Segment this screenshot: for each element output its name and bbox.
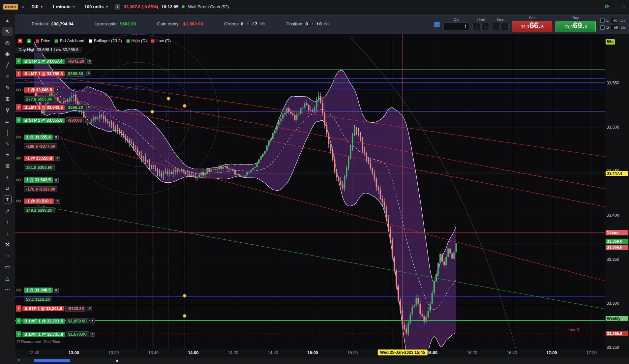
more-tools-icon[interactable]: ⋯: [2, 285, 13, 294]
calculator-icon[interactable]: ▦: [434, 20, 440, 28]
drawing-handle-dot[interactable]: [183, 104, 186, 107]
chart-area[interactable]: Low D ▼ ▲ PriceBid-Ask bandBollinger (20…: [15, 34, 629, 364]
trend-line[interactable]: [24, 80, 605, 189]
units-select[interactable]: 100 units ▼: [82, 3, 111, 11]
candle-body: [169, 172, 170, 173]
pattern-tool-icon[interactable]: ∿: [2, 139, 13, 148]
market-name: Wall Street Cash ($2): [188, 4, 229, 9]
scrollbar-handle[interactable]: [34, 359, 70, 362]
vertical-line-tool-icon[interactable]: │: [2, 128, 13, 137]
candle-body: [384, 202, 385, 208]
scrollbar-marker[interactable]: [116, 360, 118, 362]
instrument-select[interactable]: DJI ▼: [29, 3, 46, 11]
rectangle-tool-icon[interactable]: ▭: [2, 262, 13, 271]
copy-tool-icon[interactable]: ⧉: [2, 184, 13, 193]
trend-line[interactable]: [34, 205, 605, 309]
drawing-handle-dot[interactable]: [151, 110, 154, 113]
candle-body: [159, 172, 160, 173]
drawing-handle-dot[interactable]: [183, 294, 186, 297]
candle-body: [111, 122, 112, 125]
cursor-tool-icon[interactable]: ↖: [2, 27, 13, 36]
stop-checkbox[interactable]: [600, 25, 605, 30]
time-axis[interactable]: 12:4013:0013:2013:4014:0014:2014:4015:00…: [15, 349, 629, 357]
time-axis-tick: 13:00: [69, 350, 79, 355]
magnifier-tool-icon[interactable]: ⚲: [2, 106, 13, 114]
candle-body: [453, 252, 455, 258]
candle-body: [390, 228, 391, 240]
limit-pts-input[interactable]: 50: [610, 18, 619, 23]
limit-checkbox[interactable]: [600, 18, 605, 23]
legend-item[interactable]: Price: [36, 39, 50, 43]
sell-button[interactable]: 33,366.6: [512, 21, 552, 32]
chevron-down-icon: ▼: [105, 5, 108, 9]
maximize-icon[interactable]: □: [622, 4, 624, 9]
price-axis-tick: 33,350: [607, 257, 619, 262]
fibonacci-tool-icon[interactable]: ≣: [2, 72, 13, 81]
candle-body: [386, 208, 387, 219]
info-icon[interactable]: i: [115, 4, 120, 10]
drawing-handle-dot[interactable]: [167, 97, 170, 100]
candle-body: [264, 151, 266, 154]
candle-body: [91, 120, 92, 121]
legend-item[interactable]: Bid-Ask band: [54, 39, 84, 43]
candle-body: [416, 298, 417, 306]
cancel-orders-icon[interactable]: ×: [245, 21, 250, 26]
legend-item[interactable]: Bollinger (20 2): [89, 39, 122, 43]
candle-body: [185, 171, 186, 174]
legend-item[interactable]: High (D): [126, 39, 147, 43]
candle-body: [141, 155, 142, 158]
sell-marker-icon[interactable]: ▼: [18, 39, 22, 43]
time-axis-tick: 16:00: [427, 350, 437, 355]
delete-tool-icon[interactable]: ⊠: [2, 162, 13, 170]
arrow-tool-icon[interactable]: ↗: [2, 206, 13, 215]
scrollbar-grip-icon[interactable]: ≡: [18, 358, 20, 363]
realtime-refresh-icon[interactable]: ⟳: [605, 3, 610, 10]
minimize-icon[interactable]: —: [614, 4, 618, 9]
zigzag-tool-icon[interactable]: ϟ: [2, 150, 13, 159]
drawing-handle-dot[interactable]: [183, 314, 186, 318]
candle-body: [63, 101, 65, 104]
limit-sell-order-icon[interactable]: ↓: [481, 23, 489, 30]
stop-pts-input[interactable]: 50: [611, 25, 619, 30]
trend-line[interactable]: [36, 132, 605, 281]
legend-item[interactable]: Low (D): [151, 39, 171, 43]
candle-body: [97, 118, 98, 118]
trendline-tool-icon[interactable]: ╱: [2, 61, 13, 70]
ellipse-tool-icon[interactable]: ○: [2, 251, 13, 260]
price-axis[interactable]: 33,55033,50033,45033,40033,35033,30033,2…: [605, 34, 629, 349]
move-tool-icon[interactable]: +: [2, 173, 13, 182]
candle-body: [300, 108, 301, 114]
legend-label: High (D): [132, 39, 147, 43]
stop-sell-order-icon[interactable]: ↓: [501, 23, 509, 30]
collapse-toolbar-icon[interactable]: ▴: [2, 16, 13, 25]
triangle-tool-icon[interactable]: △: [2, 274, 13, 283]
buy-marker-icon[interactable]: ▲: [27, 39, 31, 43]
buy-button[interactable]: 33,369.0: [555, 21, 596, 32]
crosshair-tool-icon[interactable]: ◎: [2, 38, 13, 47]
price-chart[interactable]: Low D: [15, 34, 605, 349]
draw-tool-icon[interactable]: ✎: [2, 83, 13, 92]
candle-body: [191, 175, 192, 176]
candle-body: [380, 190, 381, 199]
quantity-input[interactable]: [443, 22, 469, 30]
zoom-box-tool-icon[interactable]: ⊞: [2, 94, 13, 103]
candle-body: [409, 314, 411, 323]
timeframe-select[interactable]: 1 minute ▼: [50, 3, 78, 11]
ruler-tool-icon[interactable]: ▱: [2, 117, 13, 126]
alarm-tool-icon[interactable]: ◉: [2, 49, 13, 58]
axis-label-crosshair: 33,447.4: [606, 171, 628, 176]
candle-body: [73, 95, 75, 96]
limit-buy-order-icon[interactable]: ↑: [472, 23, 480, 30]
sell-arrow-tool-icon[interactable]: ↓: [2, 229, 13, 238]
buy-arrow-tool-icon[interactable]: ↑: [2, 218, 13, 227]
close-position-icon[interactable]: ×: [310, 21, 315, 26]
candle-body: [93, 117, 94, 120]
time-axis-tick: 12:40: [29, 350, 39, 355]
text-tool-icon[interactable]: T: [4, 196, 12, 203]
orders-settings-icon[interactable]: ⚙⚙: [259, 21, 265, 26]
stop-buy-order-icon[interactable]: ↑: [492, 23, 500, 30]
bottom-scrollbar[interactable]: ≡: [15, 357, 629, 364]
position-settings-icon[interactable]: ⚙⚙: [324, 21, 330, 26]
candle-body: [99, 115, 100, 118]
settings-tool-icon[interactable]: ⚒: [2, 240, 13, 249]
